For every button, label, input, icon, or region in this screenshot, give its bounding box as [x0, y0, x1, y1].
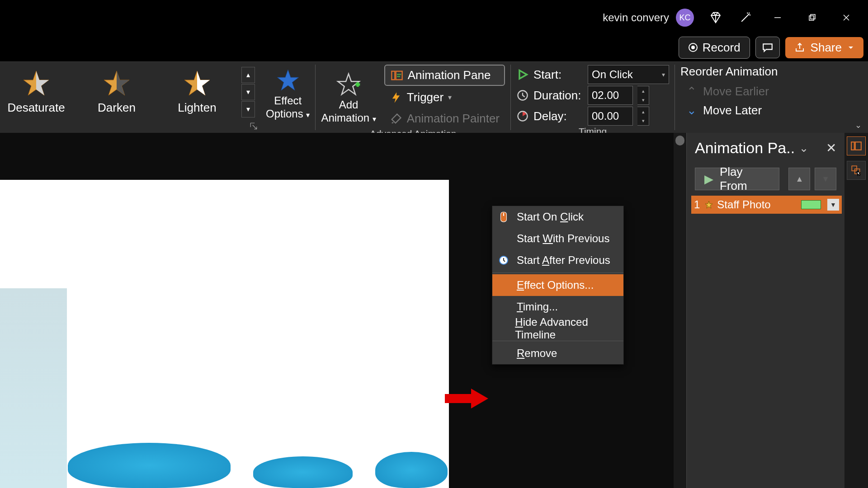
- blank-icon: [497, 300, 510, 314]
- animation-gallery-group: Desaturate Darken Lighten ▴ ▾ ▾: [0, 62, 260, 133]
- menu-remove[interactable]: Remove: [492, 343, 623, 364]
- scrollbar-thumb[interactable]: [675, 136, 684, 145]
- slide-canvas[interactable]: [0, 180, 449, 488]
- minimize-button[interactable]: [767, 7, 788, 28]
- magic-wand-icon[interactable]: [737, 9, 754, 26]
- svg-marker-8: [36, 71, 49, 95]
- clock-icon: [516, 89, 529, 102]
- gallery-expand[interactable]: ▾: [241, 101, 255, 117]
- panel-close-button[interactable]: ✕: [826, 141, 836, 155]
- star-icon: [22, 69, 51, 98]
- mouse-click-icon: [497, 210, 510, 224]
- panel-header: Animation Pa.. ⌄ ✕: [687, 133, 844, 163]
- move-later-button[interactable]: ⌄ Move Later: [680, 101, 762, 119]
- comment-icon: [762, 42, 774, 53]
- user-account[interactable]: kevin convery KC: [603, 9, 694, 27]
- share-label: Share: [811, 41, 842, 55]
- effect-options-group: EffectOptions ▾: [260, 62, 315, 133]
- anim-item-dropdown[interactable]: ▼: [827, 199, 839, 211]
- user-avatar: KC: [676, 9, 694, 27]
- move-earlier-label: Move Earlier: [703, 84, 769, 99]
- gallery-scroll-up[interactable]: ▴: [241, 67, 255, 83]
- gallery-scroll-down[interactable]: ▾: [241, 84, 255, 100]
- menu-separator: [492, 272, 623, 273]
- menu-start-on-click[interactable]: Start On Click: [492, 206, 623, 228]
- start-dropdown[interactable]: On Click ▾: [588, 65, 669, 84]
- cursor-pane-icon: [850, 164, 862, 176]
- star-add-icon: [336, 72, 361, 97]
- group-label: [0, 119, 255, 131]
- menu-effect-options[interactable]: Effect Options...: [492, 274, 623, 296]
- svg-rect-25: [855, 142, 861, 150]
- play-from-button[interactable]: ▶ Play From: [695, 168, 779, 190]
- clock-icon: [497, 253, 510, 267]
- share-button[interactable]: Share: [785, 37, 863, 58]
- animation-item-1[interactable]: 1 Staff Photo ▼: [691, 196, 842, 214]
- delay-input[interactable]: [588, 107, 633, 126]
- effect-label: Lighten: [178, 101, 216, 115]
- animation-list: 1 Staff Photo ▼: [687, 195, 844, 214]
- pane-icon: [391, 69, 403, 82]
- pane-toggle-button[interactable]: [847, 136, 866, 155]
- collapse-ribbon-button[interactable]: ⌄: [855, 120, 862, 130]
- menu-label: Effect Options...: [517, 279, 594, 291]
- workspace: Animation Pa.. ⌄ ✕ ▶ Play From ▲ ▼ 1 Sta…: [0, 133, 868, 488]
- svg-marker-13: [277, 70, 298, 90]
- maximize-restore-button[interactable]: [802, 7, 822, 28]
- animation-pane-button[interactable]: Animation Pane: [384, 65, 505, 86]
- gallery-scroll: ▴ ▾ ▾: [241, 67, 255, 117]
- trigger-button[interactable]: Trigger ▾: [384, 88, 505, 107]
- duration-label: Duration:: [533, 89, 583, 103]
- photo-content: [68, 443, 231, 488]
- menu-start-after-previous[interactable]: Start After Previous: [492, 249, 623, 271]
- animation-dialog-launcher[interactable]: [250, 122, 258, 130]
- move-up-button[interactable]: ▲: [788, 168, 810, 190]
- reorder-title: Reorder Animation: [680, 65, 778, 79]
- effect-lighten[interactable]: Lighten: [161, 69, 233, 115]
- panel-dropdown[interactable]: ⌄: [799, 142, 808, 155]
- duration-input[interactable]: [588, 86, 633, 105]
- anim-name: Staff Photo: [717, 198, 770, 211]
- duration-spinner[interactable]: ▴▾: [637, 86, 649, 105]
- ribbon-animations: Desaturate Darken Lighten ▴ ▾ ▾: [0, 61, 868, 133]
- effect-label: Darken: [98, 101, 136, 115]
- star-icon: [102, 69, 131, 98]
- animation-pane: Animation Pa.. ⌄ ✕ ▶ Play From ▲ ▼ 1 Sta…: [686, 133, 844, 488]
- svg-rect-17: [392, 71, 395, 80]
- anim-index: 1: [694, 198, 700, 211]
- comments-button[interactable]: [755, 37, 780, 58]
- effect-darken[interactable]: Darken: [80, 69, 153, 115]
- record-button[interactable]: Record: [679, 37, 750, 59]
- menu-timing[interactable]: Timing...: [492, 296, 623, 318]
- svg-rect-29: [503, 213, 504, 216]
- chevron-up-icon: ⌃: [687, 84, 697, 99]
- title-bar: kevin convery KC: [0, 0, 868, 35]
- selection-pane-button[interactable]: [847, 161, 866, 180]
- effect-options-button[interactable]: EffectOptions ▾: [266, 68, 310, 121]
- timing-group: Start: On Click ▾ Duration: ▴▾ Delay: ▴▾…: [511, 62, 675, 133]
- staff-photo-object[interactable]: [0, 288, 67, 488]
- close-window-button[interactable]: [836, 7, 857, 28]
- photo-content: [375, 452, 448, 488]
- menu-label: Timing...: [517, 300, 558, 313]
- svg-marker-10: [117, 71, 129, 95]
- diamond-premium-icon[interactable]: [708, 9, 724, 26]
- play-icon: [516, 68, 529, 81]
- menu-start-with-previous[interactable]: Start With Previous: [492, 228, 623, 249]
- menu-label: Start After Previous: [517, 254, 610, 267]
- star-blue-icon: [276, 68, 300, 93]
- add-animation-button[interactable]: AddAnimation ▾: [321, 69, 376, 125]
- blank-icon: [497, 347, 510, 360]
- svg-marker-12: [197, 71, 210, 95]
- reorder-group: Reorder Animation ⌃ Move Earlier ⌄ Move …: [675, 62, 783, 133]
- animation-painter-label: Animation Painter: [407, 112, 500, 126]
- timeline-bar[interactable]: [801, 200, 821, 209]
- trigger-label: Trigger: [407, 90, 443, 104]
- delay-spinner[interactable]: ▴▾: [637, 107, 649, 126]
- advanced-animation-group: AddAnimation ▾ Animation Pane Trigger ▾ …: [316, 62, 510, 133]
- move-later-label: Move Later: [703, 103, 762, 117]
- effect-label: Desaturate: [7, 101, 65, 115]
- vertical-scrollbar[interactable]: [674, 133, 686, 488]
- menu-hide-advanced-timeline[interactable]: Hide Advanced Timeline: [492, 318, 623, 339]
- effect-desaturate[interactable]: Desaturate: [0, 69, 72, 115]
